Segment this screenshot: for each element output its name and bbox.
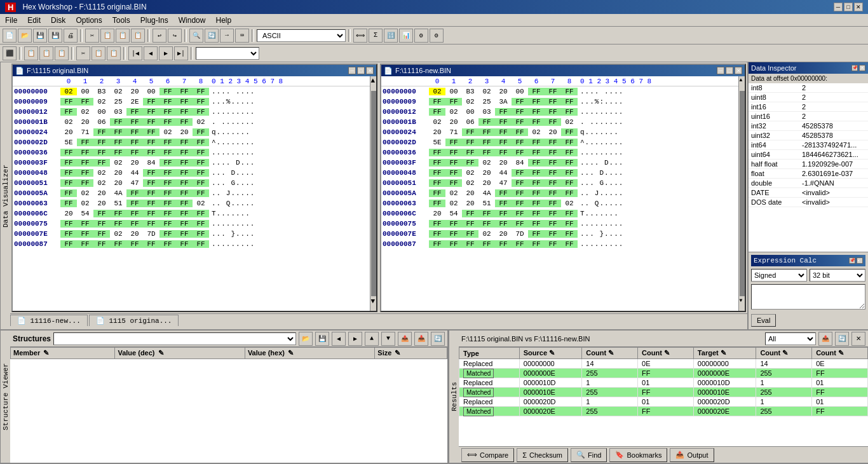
- hex-cell[interactable]: FF: [126, 189, 143, 197]
- hex-cell[interactable]: FF: [445, 98, 462, 106]
- hex-cell[interactable]: FF: [561, 169, 578, 177]
- hex-cell[interactable]: FF: [561, 98, 578, 106]
- table-row[interactable]: 0000003FFFFFFF022084FFFFFF.... D...: [13, 158, 370, 168]
- hex-cell[interactable]: 02: [110, 159, 126, 167]
- hex-cell[interactable]: 5E: [429, 139, 445, 146]
- hex-cell[interactable]: FF: [143, 200, 159, 207]
- hex-cell[interactable]: 20: [93, 200, 110, 207]
- tab-11116-new[interactable]: 📄 11116-new...: [10, 315, 88, 326]
- hex-cell[interactable]: FF: [193, 189, 209, 197]
- struct-prev-btn[interactable]: ◀: [332, 332, 346, 346]
- hex-cell[interactable]: FF: [445, 149, 462, 156]
- table-row[interactable]: 00000009FFFF02253AFFFFFFFF...%:....: [381, 97, 738, 107]
- hex-cell[interactable]: 25: [478, 98, 495, 106]
- hex-cell[interactable]: FF: [77, 240, 93, 248]
- table-row[interactable]: 000000242071FFFFFFFF0220FFq.......: [381, 127, 738, 137]
- hex-cell[interactable]: 02: [110, 230, 126, 238]
- hex-cell[interactable]: FF: [60, 240, 77, 248]
- hex-cell[interactable]: 02: [159, 128, 176, 136]
- nav-start-button[interactable]: |◀: [128, 46, 142, 60]
- hex-cell[interactable]: 20: [445, 118, 462, 126]
- hex-cell[interactable]: FF: [126, 108, 143, 116]
- hex-cell[interactable]: 25: [110, 98, 126, 106]
- hex-cell[interactable]: FF: [429, 230, 445, 238]
- hex-cell[interactable]: 51: [110, 200, 126, 207]
- table-row[interactable]: Matched0000010E255FF0000010E255FF: [459, 388, 868, 397]
- hex-cell[interactable]: 02: [193, 200, 209, 207]
- hex-cell[interactable]: 02: [110, 88, 126, 95]
- copy-button[interactable]: 📋: [100, 29, 114, 43]
- hex-cell[interactable]: FF: [77, 139, 93, 146]
- hex-cell[interactable]: FF: [176, 189, 193, 197]
- hex-cell[interactable]: 02: [561, 118, 578, 126]
- table-row[interactable]: Replaced0000020D1010000020D101: [459, 397, 868, 407]
- hex-cell[interactable]: FF: [176, 210, 193, 217]
- hex-cell[interactable]: FF: [159, 108, 176, 116]
- hex-cell[interactable]: FF: [528, 139, 545, 146]
- encoding-dropdown[interactable]: ASCII: [257, 29, 346, 42]
- hex-cell[interactable]: FF: [445, 159, 462, 167]
- hex-cell[interactable]: FF: [429, 149, 445, 156]
- title-bar-controls[interactable]: ─ □ ✕: [834, 3, 863, 11]
- table-row[interactable]: 00000012FF020003FFFFFFFFFF.........: [381, 107, 738, 117]
- hex-cell[interactable]: FF: [512, 179, 528, 187]
- hex-cell[interactable]: FF: [429, 179, 445, 187]
- hex-cell[interactable]: FF: [126, 220, 143, 228]
- hex-cell[interactable]: FF: [143, 139, 159, 146]
- hex-cell[interactable]: 20: [77, 118, 93, 126]
- hex-cell[interactable]: FF: [528, 230, 545, 238]
- table-row[interactable]: 000000242071FFFFFFFF0220FFq.......: [13, 127, 370, 137]
- hex-cell[interactable]: 02: [93, 179, 110, 187]
- hex-cell[interactable]: FF: [478, 210, 495, 217]
- hex-cell[interactable]: FF: [445, 179, 462, 187]
- hex-cell[interactable]: FF: [60, 200, 77, 207]
- hex-cell[interactable]: 71: [77, 128, 93, 136]
- hex-cell[interactable]: FF: [512, 98, 528, 106]
- hex-cell[interactable]: FF: [528, 159, 545, 167]
- hex-cell[interactable]: 02: [429, 88, 445, 95]
- hex-cell[interactable]: FF: [126, 118, 143, 126]
- hex-cell[interactable]: FF: [495, 220, 512, 228]
- hex-cell[interactable]: B3: [93, 88, 110, 95]
- hex-cell[interactable]: FF: [495, 210, 512, 217]
- hex-cell[interactable]: 84: [143, 159, 159, 167]
- table-row[interactable]: 000000000200B3022000FFFFFF.... ....: [381, 86, 738, 97]
- hex-cell[interactable]: 02: [77, 200, 93, 207]
- hex-cell[interactable]: 00: [512, 88, 528, 95]
- new-button[interactable]: 📄: [3, 29, 17, 43]
- hex-cell[interactable]: FF: [77, 159, 93, 167]
- hex-cell[interactable]: 02: [429, 118, 445, 126]
- tab-1115-original[interactable]: 📄 1115 origina...: [89, 315, 179, 326]
- hex-win-right-controls[interactable]: ─ □ ✕: [717, 67, 742, 74]
- hex-cell[interactable]: FF: [159, 230, 176, 238]
- menu-plugins[interactable]: Plug-Ins: [135, 15, 173, 26]
- hex-cell[interactable]: FF: [528, 169, 545, 177]
- hex-cell[interactable]: 00: [77, 88, 93, 95]
- hex-cell[interactable]: FF: [512, 128, 528, 136]
- table-row[interactable]: 0000006C2054FFFFFFFFFFFFFF T.......: [381, 208, 738, 219]
- hex-cell[interactable]: FF: [193, 179, 209, 187]
- hex-cell[interactable]: FF: [77, 169, 93, 177]
- table-row[interactable]: 0000001B022006FFFFFFFFFF02. .......: [381, 117, 738, 127]
- paste-button[interactable]: 📋: [116, 29, 130, 43]
- struct-refresh-btn[interactable]: 🔄: [431, 332, 445, 346]
- hex-cell[interactable]: FF: [193, 149, 209, 156]
- scroll-thumb[interactable]: [371, 91, 376, 296]
- hex-cell[interactable]: FF: [126, 210, 143, 217]
- menu-file[interactable]: File: [0, 15, 22, 26]
- hex-cell[interactable]: 06: [93, 118, 110, 126]
- struct2-button[interactable]: 📋: [39, 46, 53, 60]
- table-row[interactable]: 00000048FFFF022044FFFFFFFF... D....: [381, 168, 738, 178]
- plugin1-button[interactable]: ⚙: [414, 29, 428, 43]
- stats-button[interactable]: 📊: [399, 29, 413, 43]
- hex-cell[interactable]: 44: [126, 169, 143, 177]
- table-row[interactable]: 00000051FFFF022047FFFFFFFF... G....: [13, 178, 370, 188]
- edit1-button[interactable]: ✂: [76, 46, 90, 60]
- save-all-button[interactable]: 💾: [48, 29, 62, 43]
- hex-cell[interactable]: FF: [462, 128, 478, 136]
- hex-cell[interactable]: FF: [176, 200, 193, 207]
- edit3-button[interactable]: 📋: [107, 46, 121, 60]
- hex-win-right-minimize[interactable]: ─: [717, 67, 724, 74]
- hex-cell[interactable]: FF: [193, 230, 209, 238]
- hex-cell[interactable]: FF: [495, 128, 512, 136]
